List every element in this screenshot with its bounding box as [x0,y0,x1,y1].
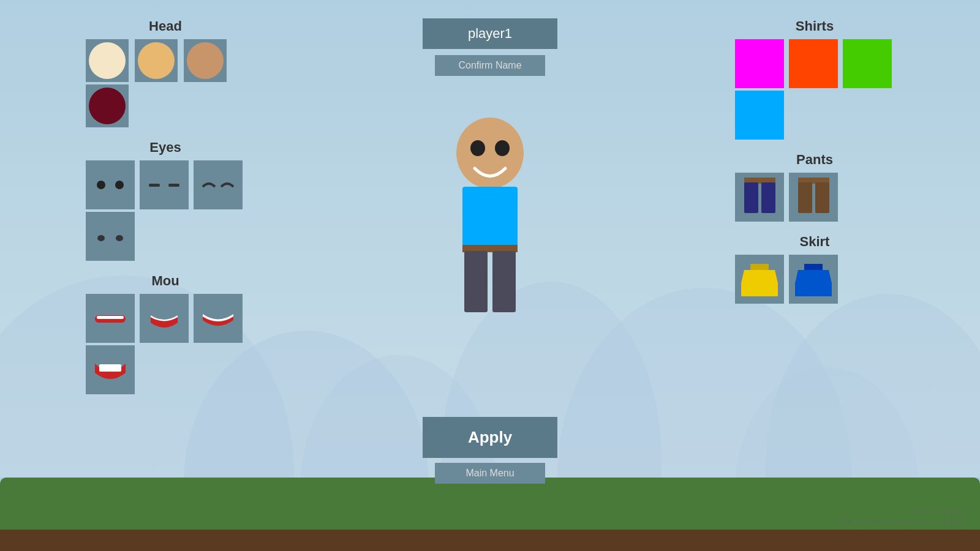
svg-marker-28 [849,45,886,58]
head-circle-4 [89,88,126,124]
mouth-label: Mou [86,273,245,289]
ground-dirt [0,530,980,551]
skirt-grid [735,255,894,304]
pants-brown[interactable] [789,173,838,222]
svg-marker-30 [741,97,778,109]
svg-rect-33 [761,182,775,213]
eye-style-4[interactable] [86,212,135,261]
shirt-magenta[interactable] [735,39,784,88]
player-name-input[interactable] [423,18,557,49]
svg-rect-19 [462,187,518,248]
shirt-green[interactable] [843,39,892,88]
shirts-grid [735,39,894,140]
svg-rect-22 [492,251,516,312]
main-menu-button[interactable]: Main Menu [435,463,545,484]
skirt-yellow[interactable] [735,255,784,304]
character-display [441,104,539,349]
eye-style-3[interactable] [194,160,243,209]
svg-rect-35 [798,182,812,213]
eyes-grid [86,160,245,261]
svg-point-7 [97,181,105,189]
skirt-label: Skirt [735,234,894,250]
eyes-label: Eyes [86,140,245,156]
head-section: Head [86,18,245,127]
svg-marker-24 [741,45,778,58]
eye-style-1[interactable] [86,160,135,209]
head-color-grid [86,39,245,127]
svg-point-17 [470,140,485,156]
svg-rect-21 [464,251,488,312]
svg-point-8 [115,181,124,189]
center-panel: Confirm Name [423,18,557,76]
mouth-style-3[interactable] [194,294,243,343]
pants-navy[interactable] [735,173,784,222]
svg-rect-23 [746,54,773,78]
svg-rect-36 [815,182,829,213]
svg-rect-32 [744,182,758,213]
svg-point-16 [456,118,524,189]
mouth-style-1[interactable] [86,294,135,343]
head-circle-2 [138,42,175,79]
eyes-section: Eyes [86,140,245,261]
head-circle-1 [89,42,126,79]
mouth-grid [86,294,245,394]
head-color-2[interactable] [135,39,178,82]
watermark-line2: Aceda a Definições para ativar o Windows… [839,517,968,527]
svg-point-18 [495,140,510,156]
windows-watermark: Ativar o Windows Aceda a Definições para… [839,506,968,527]
head-circle-3 [187,42,224,79]
right-panel: Shirts [735,18,894,304]
bottom-buttons: Apply Main Menu [423,417,557,484]
svg-rect-25 [800,54,827,78]
svg-marker-40 [795,270,832,296]
head-color-3[interactable] [184,39,227,82]
watermark-line1: Ativar o Windows [839,506,968,517]
svg-rect-27 [854,54,881,78]
confirm-name-button[interactable]: Confirm Name [435,55,545,76]
skirt-blue[interactable] [789,255,838,304]
svg-rect-15 [99,364,121,372]
skirt-section: Skirt [735,234,894,304]
apply-button[interactable]: Apply [423,417,557,458]
svg-point-12 [116,235,123,241]
svg-rect-37 [750,264,769,270]
mouth-section: Mou [86,273,245,394]
svg-rect-14 [97,316,124,319]
eye-style-2[interactable] [140,160,189,209]
svg-marker-26 [795,45,832,58]
pants-label: Pants [735,152,894,168]
svg-marker-38 [741,270,778,296]
left-panel: Head Eyes [86,18,245,394]
svg-rect-9 [149,184,160,187]
character-svg [441,104,539,349]
head-color-1[interactable] [86,39,129,82]
shirts-label: Shirts [735,18,894,34]
svg-rect-10 [168,184,179,187]
svg-point-11 [97,235,105,241]
mouth-style-2[interactable] [140,294,189,343]
head-color-4[interactable] [86,84,129,127]
head-label: Head [86,18,245,34]
pants-grid [735,173,894,222]
shirt-cyan[interactable] [735,91,784,140]
shirts-section: Shirts [735,18,894,140]
pants-section: Pants [735,152,894,222]
mouth-style-4[interactable] [86,345,135,394]
svg-rect-29 [746,106,773,129]
shirt-orange[interactable] [789,39,838,88]
svg-rect-39 [804,264,823,270]
ground-grass [0,478,980,533]
